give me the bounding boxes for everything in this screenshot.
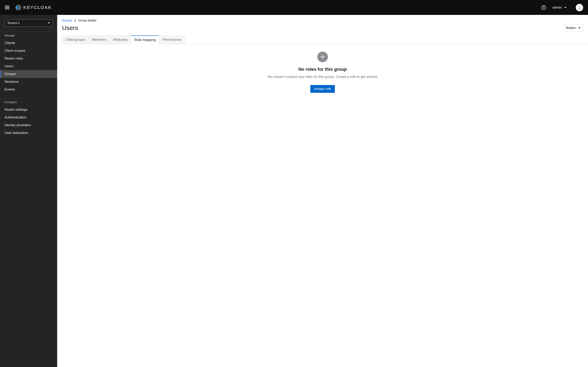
sidebar: Tenant-1 Manage Clients Client scopes Re…	[0, 15, 57, 367]
sidebar-item-label: Sessions	[4, 80, 18, 83]
top-header: KEYCLOAK ? admin	[0, 0, 588, 15]
section-label-configure: Configure	[0, 98, 57, 106]
sidebar-item-label: Identity providers	[4, 123, 31, 127]
sidebar-item-authentication[interactable]: Authentication	[0, 114, 57, 121]
main-content: Groups ❯ Group details Users Action Chil…	[57, 15, 588, 367]
tab-child-groups[interactable]: Child groups	[62, 35, 88, 44]
empty-state: No roles for this group You haven't crea…	[57, 44, 588, 93]
breadcrumb-root[interactable]: Groups	[62, 18, 72, 22]
sidebar-item-clients[interactable]: Clients	[0, 39, 57, 47]
sidebar-item-label: Realm settings	[4, 108, 27, 111]
user-menu[interactable]: admin	[553, 6, 566, 9]
help-icon[interactable]: ?	[541, 5, 546, 10]
empty-title: No roles for this group	[298, 67, 347, 72]
action-label: Action	[566, 26, 576, 30]
sidebar-item-groups[interactable]: Groups	[0, 70, 57, 78]
sidebar-item-label: Authentication	[4, 115, 26, 119]
avatar[interactable]	[576, 4, 583, 11]
assign-role-button[interactable]: Assign role	[310, 85, 335, 93]
logo-text: KEYCLOAK	[23, 5, 52, 10]
realm-name: Tenant-1	[7, 21, 20, 25]
action-dropdown[interactable]: Action	[563, 25, 583, 31]
logo-mark-icon	[15, 5, 22, 10]
sidebar-item-users[interactable]: Users	[0, 62, 57, 70]
tab-role-mapping[interactable]: Role mapping	[131, 35, 159, 44]
sidebar-item-label: User federation	[4, 131, 28, 135]
chevron-down-icon	[564, 7, 566, 8]
sidebar-item-identity-providers[interactable]: Identity providers	[0, 121, 57, 129]
sidebar-item-realm-settings[interactable]: Realm settings	[0, 106, 57, 114]
sidebar-item-label: Client scopes	[4, 49, 25, 53]
tab-members[interactable]: Members	[88, 35, 110, 44]
page-title: Users	[62, 25, 78, 31]
sidebar-item-label: Realm roles	[4, 57, 23, 60]
page-header: Users Action	[57, 25, 588, 35]
tab-label: Members	[92, 38, 106, 42]
empty-description: You haven't created any roles for this g…	[267, 75, 378, 79]
nav-configure: Realm settings Authentication Identity p…	[0, 106, 57, 142]
sidebar-item-label: Groups	[4, 72, 16, 76]
tab-label: Child groups	[66, 38, 85, 42]
menu-toggle-icon[interactable]	[5, 5, 9, 10]
breadcrumb: Groups ❯ Group details	[57, 15, 588, 25]
nav-manage: Clients Client scopes Realm roles Users …	[0, 39, 57, 98]
logo[interactable]: KEYCLOAK	[15, 5, 52, 10]
tabs: Child groups Members Attributes Role map…	[57, 35, 588, 44]
tab-label: Attributes	[113, 38, 128, 42]
user-label: admin	[553, 6, 562, 9]
sidebar-item-sessions[interactable]: Sessions	[0, 78, 57, 86]
plus-circle-icon	[317, 52, 328, 62]
section-label-manage: Manage	[0, 32, 57, 39]
tab-attributes[interactable]: Attributes	[109, 35, 131, 44]
chevron-down-icon	[579, 27, 580, 29]
tab-label: Role mapping	[134, 38, 156, 42]
svg-point-3	[579, 6, 580, 7]
chevron-right-icon: ❯	[74, 19, 76, 22]
breadcrumb-current: Group details	[78, 18, 96, 22]
realm-selector[interactable]: Tenant-1	[4, 19, 53, 27]
sidebar-item-events[interactable]: Events	[0, 86, 57, 93]
tab-permissions[interactable]: Permissions	[159, 35, 185, 44]
sidebar-item-user-federation[interactable]: User federation	[0, 129, 57, 137]
sidebar-item-label: Users	[4, 64, 13, 68]
tab-label: Permissions	[163, 38, 182, 42]
sidebar-item-label: Events	[4, 87, 15, 91]
chevron-down-icon	[48, 22, 50, 24]
sidebar-item-realm-roles[interactable]: Realm roles	[0, 55, 57, 62]
sidebar-item-label: Clients	[4, 41, 15, 45]
sidebar-item-client-scopes[interactable]: Client scopes	[0, 47, 57, 55]
